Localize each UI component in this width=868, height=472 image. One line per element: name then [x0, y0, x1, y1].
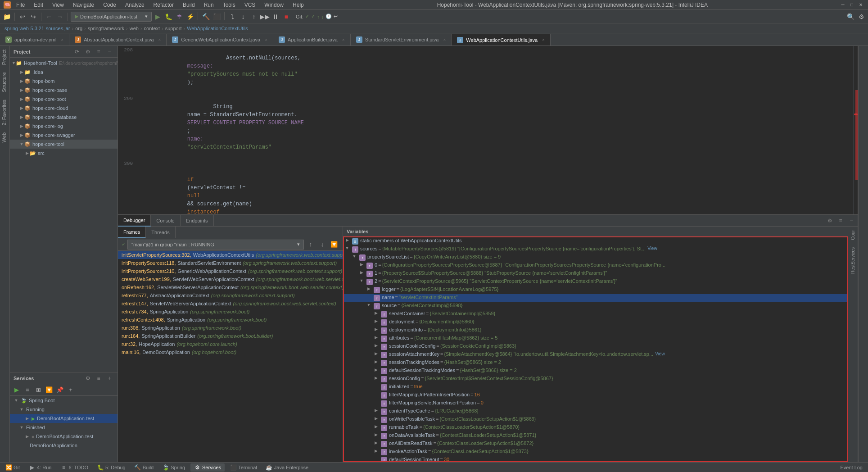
- path-web[interactable]: web: [130, 26, 139, 31]
- step-into[interactable]: ↓: [238, 12, 248, 22]
- tab-standard-servlet[interactable]: J StandardServletEnvironment.java ×: [351, 34, 452, 45]
- git-checkmark-1[interactable]: ✓: [305, 14, 309, 19]
- pause-program[interactable]: ⏸: [271, 12, 280, 22]
- build-bottom-btn[interactable]: 🔨 Build: [131, 463, 157, 472]
- frame-3[interactable]: createWebServer:199, ServletWebServerApp…: [118, 275, 343, 283]
- var-name[interactable]: f name = "servletContextInitParams": [344, 294, 847, 302]
- frame-2[interactable]: initPropertySources:210, GenericWebAppli…: [118, 267, 343, 275]
- toolbar-navigate-back[interactable]: ←: [44, 12, 54, 22]
- frame-5[interactable]: refresh:577, AbstractApplicationContext …: [118, 291, 343, 300]
- services-spring-boot[interactable]: ▼ 🍃 Spring Boot: [10, 396, 118, 405]
- tab-application-dev[interactable]: Y application-dev.yml ×: [0, 34, 69, 45]
- menu-view[interactable]: View: [50, 1, 66, 9]
- search-everywhere[interactable]: 🔍: [845, 12, 855, 22]
- var-static-members[interactable]: ▶ S static members of WebApplicationCont…: [344, 237, 847, 245]
- frame-10[interactable]: run:164, SpringApplicationBuilder (org.s…: [118, 332, 343, 340]
- tab-close-2[interactable]: ×: [265, 37, 267, 42]
- tab-close-3[interactable]: ×: [342, 37, 345, 42]
- git-revert[interactable]: ↩: [334, 14, 338, 19]
- frame-up-btn[interactable]: ↑: [306, 240, 316, 250]
- toolbar-redo[interactable]: ↪: [28, 12, 38, 22]
- services-demo-boot-app[interactable]: DemoBootApplication: [10, 441, 118, 450]
- structure-tab[interactable]: Structure: [0, 68, 9, 96]
- menu-run[interactable]: Run: [202, 1, 216, 9]
- frame-1[interactable]: initPropertySources:118, StandardServlet…: [118, 259, 343, 267]
- services-demo-boot-test-finished[interactable]: ▶ ■ DemoBootApplication-test: [10, 432, 118, 441]
- var-initialized[interactable]: f initialized = true: [344, 383, 847, 391]
- menu-code[interactable]: Code: [101, 1, 118, 9]
- debugger-tab[interactable]: Debugger: [118, 215, 151, 227]
- var-session-attachment-key[interactable]: ▶ f sessionAttachmentKey = {SimpleAttach…: [344, 351, 847, 359]
- var-on-data-available[interactable]: ▶ f onDataAvailableTask = {ContextClassL…: [344, 432, 847, 440]
- var-on-write-possible[interactable]: ▶ f onWritePossibleTask = {ContextClassL…: [344, 416, 847, 424]
- project-expand-icon[interactable]: −: [105, 47, 114, 56]
- menu-edit[interactable]: Edit: [32, 1, 45, 9]
- frame-7[interactable]: refresh:734, SpringApplication (org.spri…: [118, 308, 343, 316]
- var-item-0[interactable]: ▶ f 0 = {ConfigurationPropertySourcesPro…: [344, 262, 847, 270]
- terminal-bottom-btn[interactable]: ⬛ Terminal: [226, 463, 261, 472]
- tab-close-0[interactable]: ×: [61, 37, 63, 42]
- services-demo-boot-test-running[interactable]: ▶ ▶ DemoBootApplication-test: [10, 414, 118, 423]
- services-pin-btn[interactable]: 📌: [55, 385, 65, 395]
- settings-button[interactable]: ⚙: [856, 12, 866, 22]
- step-out[interactable]: ↑: [249, 12, 259, 22]
- threads-tab[interactable]: Threads: [146, 227, 175, 238]
- run-bottom-btn[interactable]: ▶ 4: Run: [25, 463, 55, 472]
- services-filter-btn[interactable]: 🔽: [44, 385, 54, 395]
- frame-down-btn[interactable]: ↓: [317, 240, 327, 250]
- project-settings-icon[interactable]: ≡: [94, 47, 103, 56]
- tree-hope-core-boot[interactable]: ▶ 📦 hope-core-boot: [10, 95, 118, 104]
- menu-navigate[interactable]: Navigate: [71, 1, 96, 9]
- endpoints-tab[interactable]: Endpoints: [181, 215, 214, 227]
- tab-close-1[interactable]: ×: [158, 37, 161, 42]
- path-jar[interactable]: spring-web-5.3.21-sources.jar: [5, 26, 70, 31]
- profile-button[interactable]: ⚡: [185, 12, 195, 22]
- menu-analyze[interactable]: Analyze: [123, 1, 146, 9]
- var-session-config[interactable]: ▶ f sessionConfig = {ServletContextImpl$…: [344, 375, 847, 383]
- frame-8[interactable]: refreshContext:408, SpringApplication (o…: [118, 316, 343, 324]
- services-settings-icon[interactable]: ⚙: [83, 374, 92, 383]
- services-run-btn[interactable]: ▶: [12, 385, 22, 395]
- right-panel-rest-services[interactable]: RestServices: [849, 244, 857, 277]
- var-property-source-list[interactable]: ▼ f propertySourceList = {CopyOnWriteArr…: [344, 254, 847, 262]
- tree-hope-core-cloud[interactable]: ▶ 📦 hope-core-cloud: [10, 104, 118, 113]
- services-bottom-btn[interactable]: ⚙ Services: [190, 463, 225, 472]
- tab-web-app-context-utils[interactable]: J WebApplicationContextUtils.java ×: [452, 34, 551, 45]
- panel-minimize-icon[interactable]: −: [847, 216, 856, 225]
- var-servlet-container[interactable]: ▶ f servletContainer = {ServletContainer…: [344, 310, 847, 318]
- run-configuration-selector[interactable]: ▶ DemoBootApplication-test ▾: [71, 12, 152, 22]
- services-collapse-btn[interactable]: ≡: [23, 385, 32, 395]
- var-deployment[interactable]: ▶ f deployment = {DeploymentImpl@5860}: [344, 318, 847, 327]
- services-gear-icon[interactable]: ≡: [94, 374, 103, 383]
- maximize-button[interactable]: □: [848, 1, 855, 9]
- var-default-session-tracking-modes[interactable]: ▶ f defaultSessionTrackingModes = {HashS…: [344, 367, 847, 375]
- project-tab[interactable]: Project: [0, 46, 9, 68]
- debug-button[interactable]: 🐛: [163, 12, 173, 22]
- tree-root[interactable]: ▼ 📁 Hopehomi-Tool E:\idea-workspace\hope…: [10, 59, 118, 68]
- var-filter-url-pattern[interactable]: f filterMappingUrlPatternInsertPosition …: [344, 391, 847, 399]
- tab-generic-web[interactable]: J GenericWebApplicationContext.java ×: [167, 34, 273, 45]
- var-filter-servlet-name[interactable]: f filterMappingServletNameInsertPosition…: [344, 399, 847, 408]
- toolbar-undo[interactable]: ↩: [18, 12, 27, 22]
- tree-hope-core-database[interactable]: ▶ 📦 hope-core-database: [10, 113, 118, 122]
- panel-gear-icon[interactable]: ≡: [836, 216, 845, 225]
- frame-0[interactable]: initServletPropertySources:302, WebAppli…: [118, 251, 343, 259]
- menu-file[interactable]: File: [14, 1, 27, 9]
- tree-hope-core-log[interactable]: ▶ 📦 hope-core-log: [10, 122, 118, 131]
- path-support[interactable]: support: [165, 26, 182, 31]
- filter-frames-btn[interactable]: 🔽: [329, 240, 339, 250]
- view-sources-link[interactable]: View: [647, 246, 657, 251]
- var-session-cookie-config[interactable]: ▶ f sessionCookieConfig = {SessionCookie…: [344, 343, 847, 351]
- frame-11[interactable]: run:32, HopeApplication (org.hopehomi.co…: [118, 340, 343, 348]
- path-file[interactable]: WebApplicationContextUtils: [187, 26, 248, 31]
- var-attributes[interactable]: ▶ f attributes = {ConcurrentHashMap@5862…: [344, 335, 847, 343]
- tree-src[interactable]: ▶ 📂 src: [10, 149, 118, 158]
- services-add-icon[interactable]: +: [105, 374, 114, 383]
- var-default-session-timeout[interactable]: f defaultSessionTimeout = 30: [344, 456, 847, 462]
- toolbar-navigate-forward[interactable]: →: [55, 12, 65, 22]
- favorites-tab[interactable]: 2: Favorites: [0, 96, 9, 129]
- web-tab[interactable]: Web: [0, 129, 9, 146]
- minimize-button[interactable]: ─: [839, 1, 846, 9]
- tab-close-5[interactable]: ×: [542, 37, 545, 42]
- var-session-tracking-modes[interactable]: ▶ f sessionTrackingModes = {HashSet@5865…: [344, 359, 847, 367]
